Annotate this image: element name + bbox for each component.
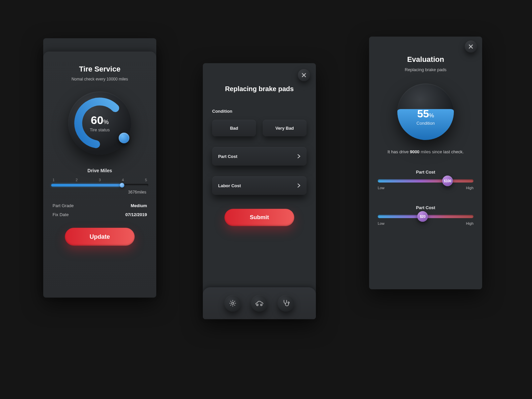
tire-service-card: Tire Service Nomal check every 10000 mil… bbox=[43, 52, 156, 298]
condition-label: Condition bbox=[417, 121, 435, 126]
part-cost-block-1: Part Cost $100 Low High bbox=[378, 170, 473, 190]
close-icon bbox=[468, 44, 473, 49]
close-icon bbox=[302, 73, 306, 77]
evaluation-subtitle: Replacing brake pads bbox=[378, 67, 473, 72]
part-cost-slider-2[interactable]: $20 bbox=[378, 215, 473, 218]
svg-point-4 bbox=[288, 302, 289, 303]
condition-very-bad-button[interactable]: Very Bad bbox=[263, 120, 307, 136]
part-cost-slider-1[interactable]: $100 bbox=[378, 179, 473, 183]
tab-diagnostics[interactable] bbox=[278, 295, 294, 312]
drive-miles-section: Drive Miles 1 2 3 4 5 3676miles bbox=[51, 168, 148, 195]
chevron-right-icon bbox=[297, 183, 301, 188]
svg-point-1 bbox=[232, 302, 234, 304]
brake-pads-title: Replacing brake pads bbox=[210, 85, 309, 93]
tire-service-title: Tire Service bbox=[79, 65, 120, 73]
part-grade-row: Part Grade Medium bbox=[51, 201, 148, 210]
gauge-knob[interactable] bbox=[119, 133, 129, 143]
close-button[interactable] bbox=[465, 41, 477, 53]
chevron-right-icon bbox=[297, 154, 301, 159]
evaluation-title: Evaluation bbox=[378, 55, 473, 64]
svg-point-2 bbox=[257, 304, 258, 306]
fix-date-row: Fix Date 07/12/2019 bbox=[51, 210, 148, 219]
brake-pads-screen: Replacing brake pads Condition Bad Very … bbox=[203, 63, 316, 319]
svg-point-3 bbox=[261, 304, 262, 306]
tab-settings[interactable] bbox=[224, 295, 241, 312]
condition-bad-button[interactable]: Bad bbox=[212, 120, 256, 136]
cost-thumb-2[interactable]: $20 bbox=[417, 211, 428, 222]
condition-percent: 55% bbox=[417, 108, 434, 120]
labor-cost-row[interactable]: Labor Cost bbox=[212, 176, 307, 195]
gear-icon bbox=[229, 299, 237, 307]
part-cost-row[interactable]: Part Cost bbox=[212, 147, 307, 166]
cost-thumb-1[interactable]: $100 bbox=[442, 176, 453, 186]
drive-miles-ticks: 1 2 3 4 5 bbox=[51, 178, 148, 182]
drive-miles-knob[interactable] bbox=[120, 183, 124, 188]
tire-status-gauge: 60% Tire status bbox=[68, 91, 131, 155]
close-button[interactable] bbox=[298, 69, 310, 81]
update-button[interactable]: Update bbox=[65, 228, 135, 246]
drive-miles-title: Drive Miles bbox=[51, 168, 148, 173]
car-icon bbox=[255, 300, 264, 307]
submit-button[interactable]: Submit bbox=[224, 209, 294, 226]
stethoscope-icon bbox=[282, 299, 290, 307]
tab-vehicle[interactable] bbox=[251, 295, 268, 312]
condition-label: Condition bbox=[212, 109, 307, 114]
tire-service-subtitle: Nomal check every 10000 miles bbox=[71, 77, 128, 81]
drive-miles-slider[interactable] bbox=[51, 184, 148, 187]
tire-status-percent: 60% bbox=[91, 114, 109, 127]
tire-status-label: Tire status bbox=[90, 127, 110, 132]
tire-service-screen: Tire Service Nomal check every 10000 mil… bbox=[43, 38, 156, 298]
tabbar bbox=[203, 287, 316, 319]
drive-miles-value: 3676miles bbox=[51, 190, 148, 195]
miles-since-check: It has drive 9000 miles since last check… bbox=[378, 149, 473, 154]
evaluation-screen: Evaluation Replacing brake pads 55% Cond… bbox=[369, 37, 482, 289]
condition-gauge: 55% Condition bbox=[397, 83, 454, 140]
part-cost-block-2: Part Cost $20 Low High bbox=[378, 205, 473, 225]
